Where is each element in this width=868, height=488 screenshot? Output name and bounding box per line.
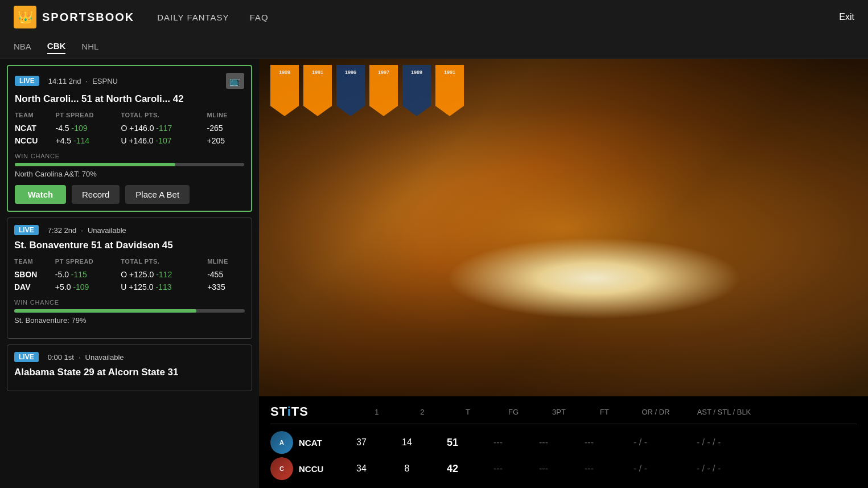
nccu-logo: C xyxy=(270,457,293,480)
game-card-3[interactable]: LIVE 0:00 1st · Unavailable Alabama Stat… xyxy=(7,345,252,391)
game1-team1-spread: -4.5 -109 xyxy=(55,122,121,134)
game1-live-badge: LIVE xyxy=(15,76,39,86)
col-spread: PT SPREAD xyxy=(55,110,121,122)
game2-team2-row: DAV +5.0 -109 U +125.0 -113 +335 xyxy=(14,281,245,293)
app-name: SPORTSBOOK xyxy=(42,11,134,24)
logo-icon: 👑 xyxy=(14,6,36,28)
game2-team1-row: SBON -5.0 -115 O +125.0 -112 -455 xyxy=(14,268,245,281)
game3-dot: · xyxy=(79,353,81,362)
nav-links: DAILY FANTASY FAQ xyxy=(157,13,839,22)
game-card-1[interactable]: LIVE 14:11 2nd · ESPNU 📺 North Caroli...… xyxy=(7,65,252,212)
ncat-ordr: - / - xyxy=(612,437,669,448)
game1-team1-mline: -265 xyxy=(207,122,244,134)
game1-dot: · xyxy=(86,77,88,85)
stats-column-headers: 1 2 T FG 3PT FT OR / DR AST / STL / BLK xyxy=(320,408,857,416)
banner-5: 1989 xyxy=(402,65,431,116)
game3-live-badge: LIVE xyxy=(14,352,39,362)
nav-daily-fantasy[interactable]: DAILY FANTASY xyxy=(157,13,229,22)
stats-row-nccu: C NCCU 34 8 42 --- --- --- - / - - / - /… xyxy=(270,457,857,480)
game1-win-chance-text: North Carolina A&T: 70% xyxy=(15,170,244,178)
nccu-fg: --- xyxy=(475,464,521,474)
col-mline: MLINE xyxy=(207,110,244,122)
game2-team1-total: O +125.0 -112 xyxy=(121,268,207,281)
ncat-total: 51 xyxy=(430,437,475,449)
game3-time: 0:00 1st xyxy=(48,353,74,362)
game1-time-info: LIVE 14:11 2nd · ESPNU xyxy=(15,76,118,86)
ncat-name: NCAT xyxy=(299,438,339,448)
tab-nhl[interactable]: NHL xyxy=(81,39,98,54)
game1-watch-button[interactable]: Watch xyxy=(15,185,66,204)
nccu-ft: --- xyxy=(566,464,612,474)
game1-record-button[interactable]: Record xyxy=(72,185,120,204)
nccu-q1: 34 xyxy=(339,464,384,474)
game3-network: Unavailable xyxy=(85,353,124,362)
game1-win-chance-bar xyxy=(15,163,244,166)
game1-team2-spread: +4.5 -114 xyxy=(55,134,121,147)
game2-team2-mline: +335 xyxy=(207,281,245,293)
game2-live-badge: LIVE xyxy=(14,225,39,235)
nccu-ordr: - / - xyxy=(612,464,669,474)
game1-time: 14:11 2nd xyxy=(48,77,81,85)
game1-team1-row: NCAT -4.5 -109 O +146.0 -117 -265 xyxy=(15,122,244,134)
game1-win-chance-label: WIN CHANCE xyxy=(15,153,244,159)
stats-col-label-q1: 1 xyxy=(354,408,400,416)
game2-win-chance-text: St. Bonaventure: 79% xyxy=(14,316,245,325)
ncat-logo: A xyxy=(270,431,293,454)
game2-team2-spread: +5.0 -109 xyxy=(55,281,121,293)
game1-team2-row: NCCU +4.5 -114 U +146.0 -107 +205 xyxy=(15,134,244,147)
main-content: LIVE 14:11 2nd · ESPNU 📺 North Caroli...… xyxy=(0,59,868,488)
ncat-ft: --- xyxy=(566,437,612,448)
col-team: TEAM xyxy=(15,110,55,122)
exit-button[interactable]: Exit xyxy=(839,12,854,22)
game2-dot: · xyxy=(81,226,83,235)
stats-rows: A NCAT 37 14 51 --- --- --- - / - - / - … xyxy=(270,431,857,480)
game1-buttons: Watch Record Place A Bet xyxy=(15,185,244,204)
nccu-total: 42 xyxy=(430,463,475,475)
game3-time-info: LIVE 0:00 1st · Unavailable xyxy=(14,352,124,362)
game2-time-info: LIVE 7:32 2nd · Unavailable xyxy=(14,225,126,235)
nccu-3pt: --- xyxy=(521,464,566,474)
stats-col-label-t: T xyxy=(445,408,491,416)
game2-win-chance-bar xyxy=(14,309,245,313)
ncat-q1: 37 xyxy=(339,437,384,448)
col-total: TOTAL PTS. xyxy=(121,110,207,122)
banner-3: 1996 xyxy=(336,65,365,116)
banner-4: 1997 xyxy=(369,65,398,116)
nccu-ast: - / - / - xyxy=(669,464,748,474)
stats-col-label-3pt: 3PT xyxy=(536,408,582,416)
game1-network: ESPNU xyxy=(92,77,118,85)
game2-team1-mline: -455 xyxy=(207,268,245,281)
stats-col-label-fg: FG xyxy=(491,408,536,416)
g2-col-mline: MLINE xyxy=(207,257,245,268)
game-card-2-header: LIVE 7:32 2nd · Unavailable xyxy=(14,225,245,235)
stats-col-q1 xyxy=(320,408,354,416)
header: 👑 SPORTSBOOK DAILY FANTASY FAQ Exit xyxy=(0,0,868,34)
game1-win-chance-fill xyxy=(15,163,175,166)
game2-win-chance-label: WIN CHANCE xyxy=(14,299,245,306)
nccu-q2: 8 xyxy=(384,464,430,474)
game2-win-chance-fill xyxy=(14,309,196,313)
game3-title: Alabama State 29 at Alcorn State 31 xyxy=(14,367,245,378)
stats-row-ncat: A NCAT 37 14 51 --- --- --- - / - - / - … xyxy=(270,431,857,454)
arena-inner: 1989 1991 1996 1997 1989 1991 xyxy=(259,59,868,396)
tab-nba[interactable]: NBA xyxy=(14,39,31,54)
stats-col-label-ordr: OR / DR xyxy=(627,408,684,416)
game2-team1-spread: -5.0 -115 xyxy=(55,268,121,281)
nccu-name: NCCU xyxy=(299,464,339,474)
game2-team2-total: U +125.0 -113 xyxy=(121,281,207,293)
banners: 1989 1991 1996 1997 1989 1991 xyxy=(259,59,868,128)
banner-2: 1991 xyxy=(303,65,332,116)
tabs: NBA CBK NHL xyxy=(0,34,868,59)
ncat-fg: --- xyxy=(475,437,521,448)
left-panel: LIVE 14:11 2nd · ESPNU 📺 North Caroli...… xyxy=(0,59,259,488)
ncat-ast: - / - / - xyxy=(669,437,748,448)
game1-tv-icon: 📺 xyxy=(226,73,244,89)
tab-cbk[interactable]: CBK xyxy=(47,39,66,54)
game1-title: North Caroli... 51 at North Caroli... 42 xyxy=(15,93,244,105)
game-card-2[interactable]: LIVE 7:32 2nd · Unavailable St. Bonavent… xyxy=(7,218,252,339)
game1-bet-button[interactable]: Place A Bet xyxy=(125,185,190,204)
game1-odds-table: TEAM PT SPREAD TOTAL PTS. MLINE NCAT -4.… xyxy=(15,110,244,147)
game1-team2-total: U +146.0 -107 xyxy=(121,134,207,147)
game1-team1-total: O +146.0 -117 xyxy=(121,122,207,134)
nav-faq[interactable]: FAQ xyxy=(250,13,269,22)
